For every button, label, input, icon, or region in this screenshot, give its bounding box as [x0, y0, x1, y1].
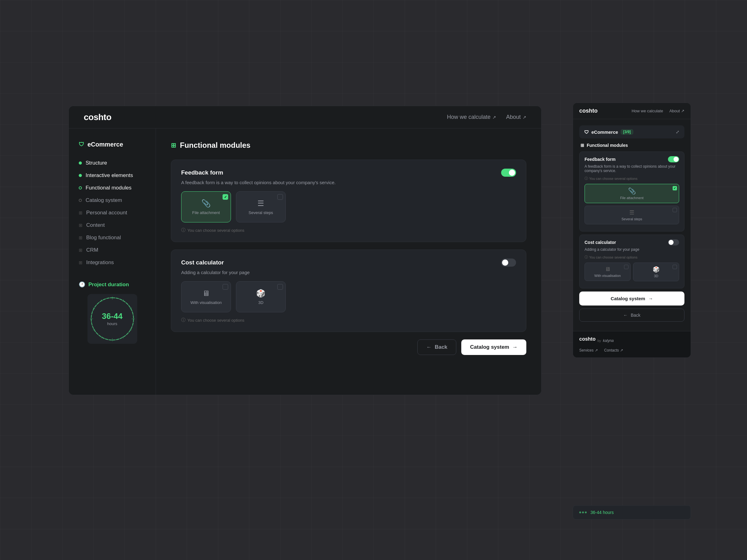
option-label: Several steps — [249, 210, 273, 215]
dot-outline-icon — [79, 186, 82, 189]
toggle-knob — [502, 260, 508, 266]
grid-icon: ⊞ — [79, 235, 82, 240]
nav-links: How we calculate ↗ About ↗ — [447, 114, 526, 121]
svg-point-1 — [91, 298, 133, 340]
mini-cost-desc: Adding a calculator for your page — [585, 247, 679, 252]
mini-contacts-link[interactable]: Contacts ↗ — [604, 348, 623, 352]
dot-1 — [579, 511, 581, 513]
mini-footer-links: Services ↗ Contacts ↗ — [579, 348, 685, 352]
sidebar-item-integrations[interactable]: ⊞ Integrations — [79, 256, 146, 269]
sidebar-item-functional-modules[interactable]: Functional modules — [79, 182, 146, 194]
mini-window: coshto How we calculate About ↗ 🛡 eComme… — [573, 103, 691, 358]
sidebar-item-crm[interactable]: ⊞ CRM — [79, 244, 146, 256]
mini-back-button[interactable]: ← Back — [579, 309, 685, 322]
mini-back-arrow: ← — [623, 313, 627, 318]
mini-arrow-icon: ↗ — [681, 109, 685, 113]
mini-cost-options: 🖥 With visualisation 🎲 3D — [585, 263, 679, 284]
attachment-icon: 📎 — [201, 199, 211, 208]
loading-dots — [579, 511, 587, 513]
mini-visualisation-icon: 🖥 — [605, 266, 610, 272]
option-checkbox — [277, 194, 283, 200]
option-label: File attachment — [192, 210, 220, 215]
bottom-bar-value: 36-44 hours — [590, 510, 614, 515]
mini-3d-icon: 🎲 — [653, 266, 660, 273]
next-arrow-icon: → — [512, 344, 518, 350]
sidebar-item-interactive-elements[interactable]: Interactive elements — [79, 169, 146, 182]
mini-services-link[interactable]: Services ↗ — [579, 348, 598, 352]
bottom-bar: 36-44 hours — [573, 505, 691, 519]
feedback-hint: ⓘ You can choose several options — [181, 228, 516, 233]
feedback-form-header: Feedback form — [181, 169, 516, 177]
info-icon: ⓘ — [181, 317, 185, 323]
sidebar-item-personal-account[interactable]: ⊞ Personal account — [79, 207, 146, 219]
cost-calculator-options: 🖥 With visualisation 🎲 3D — [181, 281, 516, 312]
content-area: 🛡 eCommerce Structure Interactive elemen… — [69, 129, 541, 395]
mini-3d-tile[interactable]: 🎲 3D — [633, 263, 679, 281]
mini-option-several-steps[interactable]: ☰ Several steps — [585, 206, 679, 224]
mini-feedback-desc: A feedback form is a way to collect opin… — [585, 164, 679, 173]
option-file-attachment[interactable]: 📎 File attachment — [181, 191, 231, 222]
option-checkbox — [277, 284, 283, 290]
mini-option-visualisation: 🖥 With visualisation — [585, 263, 630, 284]
progress-ring — [87, 294, 137, 344]
back-arrow-icon: ← — [427, 344, 432, 350]
cost-calculator-header: Cost calculator — [181, 259, 516, 267]
catalog-system-button[interactable]: Catalog system → — [461, 340, 526, 355]
sidebar-item-catalog-system[interactable]: Catalog system — [79, 194, 146, 207]
option-3d[interactable]: 🎲 3D — [236, 281, 286, 312]
dot-icon — [79, 161, 82, 165]
mini-tile-checkbox — [673, 265, 677, 269]
mini-logo: coshto — [579, 108, 598, 114]
feedback-form-toggle[interactable] — [501, 169, 516, 177]
mini-option-file-attachment[interactable]: ✓ 📎 File attachment — [585, 184, 679, 203]
sidebar-item-blog-functional[interactable]: ⊞ Blog functional — [79, 232, 146, 244]
mini-ecommerce-title: 🛡 eCommerce [3/9] — [584, 129, 634, 135]
about-link[interactable]: About ↗ — [506, 114, 526, 121]
mini-check: ✓ — [673, 186, 677, 190]
option-checkbox — [223, 194, 228, 200]
mini-info-icon: ⓘ — [585, 255, 588, 260]
mini-nav-links: How we calculate About ↗ — [632, 109, 685, 113]
cost-calculator-toggle[interactable] — [501, 259, 516, 267]
mini-expand-icon[interactable]: ⤢ — [676, 129, 679, 134]
calculator-hint: ⓘ You can choose several options — [181, 317, 516, 323]
option-label: 3D — [258, 300, 264, 305]
option-checkbox — [223, 284, 228, 290]
mini-grid-icon: ⊞ — [581, 143, 584, 148]
nav-link-arrow-1: ↗ — [492, 115, 496, 120]
feedback-form-options: 📎 File attachment ☰ Several steps — [181, 191, 516, 222]
dot-2 — [582, 511, 584, 513]
sidebar: 🛡 eCommerce Structure Interactive elemen… — [69, 129, 156, 395]
mini-toggle-knob — [669, 240, 673, 245]
grid-icon: ⊞ — [79, 210, 82, 215]
mini-how-calculate-link[interactable]: How we calculate — [632, 109, 663, 113]
toggle-knob — [509, 169, 515, 176]
cost-calculator-title: Cost calculator — [181, 259, 224, 266]
mini-about-link[interactable]: About ↗ — [669, 109, 685, 113]
mini-catalog-button[interactable]: Catalog system → — [579, 292, 685, 305]
mini-visualisation-tile[interactable]: 🖥 With visualisation — [585, 263, 630, 281]
sidebar-item-structure[interactable]: Structure — [79, 157, 146, 169]
mini-cost-toggle[interactable] — [668, 239, 679, 245]
project-duration-section: 🕐 Project duration — [79, 281, 146, 344]
back-button[interactable]: ← Back — [417, 340, 457, 355]
option-label: With visualisation — [190, 300, 222, 305]
dot-icon — [79, 174, 82, 177]
option-several-steps[interactable]: ☰ Several steps — [236, 191, 286, 222]
main-nav: coshto How we calculate ↗ About ↗ — [69, 106, 541, 129]
main-logo: coshto — [84, 112, 111, 122]
mini-ecommerce-header: 🛡 eCommerce [3/9] ⤢ — [579, 125, 685, 138]
project-duration-title: 🕐 Project duration — [79, 281, 146, 288]
sidebar-section-title: 🛡 eCommerce — [79, 141, 146, 148]
mini-feedback-toggle[interactable] — [668, 156, 679, 162]
3d-icon: 🎲 — [256, 289, 265, 298]
mini-badge: [3/9] — [621, 129, 634, 135]
mini-option-3d: 🎲 3D — [633, 263, 679, 284]
mini-feedback-header: Feedback form — [585, 156, 679, 162]
sidebar-item-content[interactable]: ⊞ Content — [79, 219, 146, 232]
how-we-calculate-link[interactable]: How we calculate ↗ — [447, 114, 496, 121]
mini-shield-icon: 🛡 — [584, 129, 589, 135]
mini-arrow-icon: ↗ — [595, 348, 598, 352]
option-with-visualisation[interactable]: 🖥 With visualisation — [181, 281, 231, 312]
grid-icon: ⊞ — [79, 223, 82, 228]
